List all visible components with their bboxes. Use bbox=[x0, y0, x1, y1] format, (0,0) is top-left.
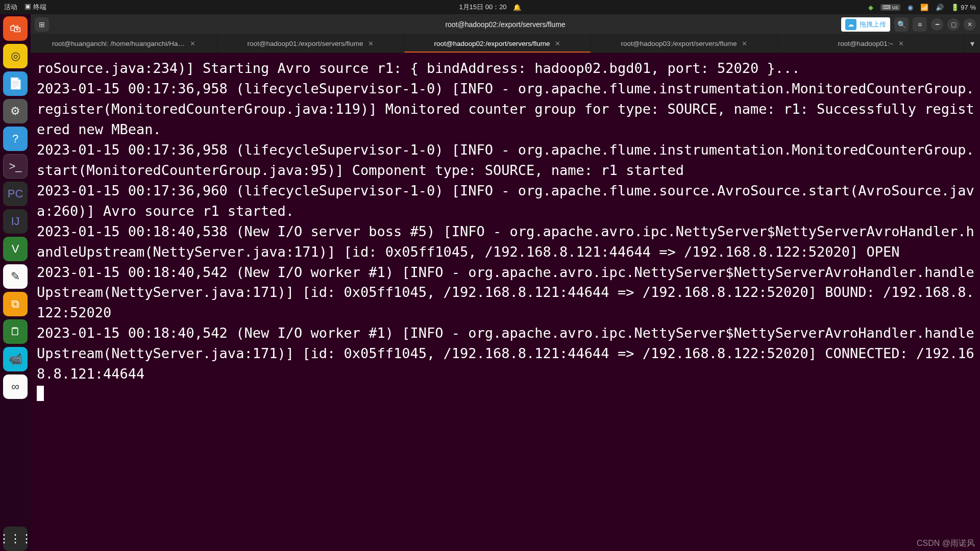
tab-label: root@huanganchi: /home/huanganchi/Ha… bbox=[52, 40, 185, 47]
window-titlebar: ⊞ root@hadoop02:/export/servers/flume ☁ … bbox=[31, 14, 980, 35]
show-applications-button[interactable]: ⋮⋮⋮ bbox=[3, 527, 28, 551]
terminal-tab-2[interactable]: root@hadoop02:/export/servers/flume✕ bbox=[404, 35, 591, 53]
dock-intellij[interactable]: IJ bbox=[3, 209, 28, 234]
tab-dropdown-button[interactable]: ▾ bbox=[965, 35, 980, 53]
tab-close-icon[interactable]: ✕ bbox=[555, 40, 560, 47]
terminal-output[interactable]: roSource.java:234)] Starting Avro source… bbox=[31, 53, 980, 551]
battery-label: 97 % bbox=[961, 4, 976, 11]
tray-user-icon[interactable]: ◉ bbox=[908, 4, 913, 11]
terminal-window: ⊞ root@hadoop02:/export/servers/flume ☁ … bbox=[31, 14, 980, 551]
tab-close-icon[interactable]: ✕ bbox=[368, 40, 374, 47]
dock-text-editor[interactable]: ✎ bbox=[3, 264, 28, 289]
dock-vim[interactable]: V bbox=[3, 237, 28, 261]
dock-pycharm[interactable]: PC bbox=[3, 182, 28, 206]
tab-label: root@hadoop02:/export/servers/flume bbox=[434, 40, 550, 47]
volume-icon[interactable]: 🔊 bbox=[936, 4, 944, 11]
tab-close-icon[interactable]: ✕ bbox=[190, 40, 195, 47]
top-panel: 活动 ▣ 终端 1月15日 00：20 🔔 ◆ ⌨us ◉ 📶 🔊 🔋 97 % bbox=[0, 0, 980, 14]
dock-virtualbox[interactable]: ⧉ bbox=[3, 292, 28, 316]
battery-icon[interactable]: 🔋 97 % bbox=[951, 4, 976, 11]
wifi-icon[interactable]: 📶 bbox=[920, 4, 928, 11]
terminal-tab-3[interactable]: root@hadoop03:/export/servers/flume✕ bbox=[591, 35, 778, 53]
tab-close-icon[interactable]: ✕ bbox=[898, 40, 904, 47]
terminal-cursor bbox=[37, 386, 44, 401]
notification-icon[interactable]: 🔔 bbox=[513, 4, 521, 11]
search-button[interactable]: 🔍 bbox=[894, 17, 909, 32]
upload-button[interactable]: ☁ 拖拽上传 bbox=[841, 17, 890, 32]
dock-help[interactable]: ? bbox=[3, 127, 28, 151]
tab-bar: root@huanganchi: /home/huanganchi/Ha…✕ro… bbox=[31, 35, 980, 53]
tab-close-icon[interactable]: ✕ bbox=[742, 40, 747, 47]
hamburger-menu-button[interactable]: ≡ bbox=[913, 17, 927, 32]
window-minimize-button[interactable]: ━ bbox=[931, 18, 943, 31]
tray-app-icon[interactable]: ◆ bbox=[868, 4, 873, 11]
dock-meeting[interactable]: 📹 bbox=[3, 347, 28, 371]
dock-ubuntu-software[interactable]: 🛍 bbox=[3, 16, 28, 41]
tab-label: root@hadoop01:~ bbox=[838, 40, 894, 47]
cloud-icon: ☁ bbox=[845, 19, 856, 30]
new-tab-button[interactable]: ⊞ bbox=[35, 17, 49, 32]
watermark: CSDN @雨诺风 bbox=[917, 538, 975, 549]
app-indicator-label: 终端 bbox=[33, 3, 46, 11]
dock: 🛍◎📄⚙?>_PCIJV✎⧉🗒📹∞⋮⋮⋮ bbox=[0, 14, 31, 551]
dock-terminal[interactable]: >_ bbox=[3, 154, 28, 179]
tab-label: root@hadoop03:/export/servers/flume bbox=[621, 40, 737, 47]
terminal-tab-4[interactable]: root@hadoop01:~✕ bbox=[778, 35, 965, 53]
kbd-layout-label: us bbox=[892, 4, 898, 10]
dock-wps[interactable]: 🗒 bbox=[3, 319, 28, 344]
terminal-indicator-icon[interactable]: ▣ 终端 bbox=[24, 3, 46, 12]
terminal-tab-0[interactable]: root@huanganchi: /home/huanganchi/Ha…✕ bbox=[31, 35, 217, 53]
window-close-button[interactable]: ✕ bbox=[964, 18, 976, 31]
dock-libreoffice-writer[interactable]: 📄 bbox=[3, 71, 28, 96]
clock[interactable]: 1月15日 00：20 bbox=[459, 3, 506, 12]
activities-button[interactable]: 活动 bbox=[4, 3, 17, 12]
upload-label: 拖拽上传 bbox=[860, 20, 886, 29]
window-title: root@hadoop02:/export/servers/flume bbox=[445, 20, 565, 29]
dock-rhythmbox[interactable]: ◎ bbox=[3, 44, 28, 68]
tab-label: root@hadoop01:/export/servers/flume bbox=[248, 40, 363, 47]
dock-baidu-netdisk[interactable]: ∞ bbox=[3, 374, 28, 399]
window-maximize-button[interactable]: ▢ bbox=[947, 18, 960, 31]
dock-settings[interactable]: ⚙ bbox=[3, 99, 28, 123]
terminal-tab-1[interactable]: root@hadoop01:/export/servers/flume✕ bbox=[217, 35, 404, 53]
keyboard-layout[interactable]: ⌨us bbox=[880, 4, 900, 11]
